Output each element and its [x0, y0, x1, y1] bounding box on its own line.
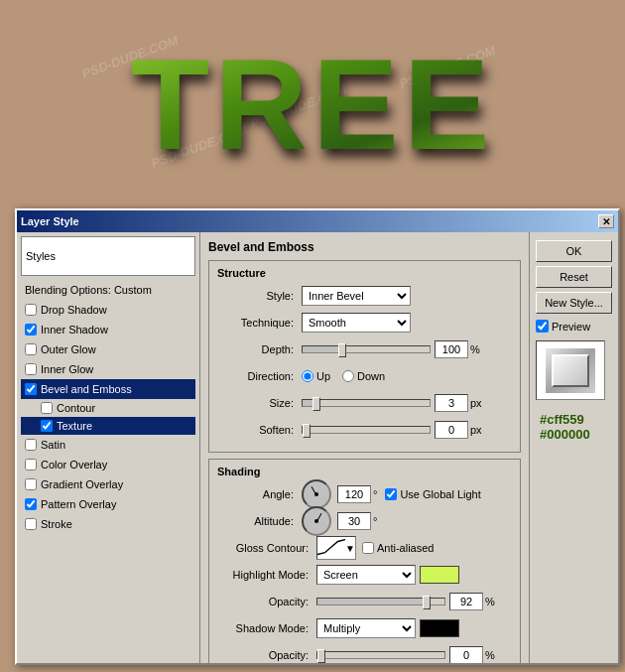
- styles-box[interactable]: Styles: [21, 236, 195, 276]
- preview-box: [536, 340, 605, 400]
- drop-shadow-checkbox[interactable]: [25, 304, 37, 316]
- angle-dial[interactable]: [302, 479, 331, 509]
- pattern-overlay-checkbox[interactable]: [25, 498, 37, 510]
- anti-aliased-option[interactable]: Anti-aliased: [362, 542, 434, 554]
- use-global-light-label: Use Global Light: [400, 488, 480, 500]
- blending-options-label: Blending Options: Custom: [25, 284, 152, 296]
- direction-down-label: Down: [357, 370, 385, 382]
- layer-style-dialog: Layer Style ✕ Styles Blending Options: C…: [15, 208, 620, 665]
- blending-options-item[interactable]: Blending Options: Custom: [21, 280, 195, 300]
- inner-glow-checkbox[interactable]: [25, 363, 37, 375]
- inner-shadow-label: Inner Shadow: [41, 324, 108, 336]
- preview-option[interactable]: Preview: [536, 320, 612, 333]
- shadow-opacity-label: Opacity:: [217, 649, 316, 661]
- contour-item[interactable]: Contour: [21, 399, 195, 417]
- gradient-overlay-item[interactable]: Gradient Overlay: [21, 474, 195, 494]
- color-overlay-label: Color Overlay: [41, 459, 107, 470]
- style-select[interactable]: Inner Bevel: [302, 286, 411, 306]
- drop-shadow-label: Drop Shadow: [41, 304, 107, 316]
- direction-down-option[interactable]: Down: [342, 370, 385, 382]
- outer-glow-label: Outer Glow: [41, 343, 96, 355]
- technique-label: Technique:: [217, 317, 302, 329]
- drop-shadow-item[interactable]: Drop Shadow: [21, 300, 195, 320]
- shadow-color-swatch[interactable]: [420, 619, 459, 637]
- satin-item[interactable]: Satin: [21, 435, 195, 455]
- highlight-opacity-input[interactable]: [449, 593, 483, 610]
- shadow-mode-select[interactable]: Multiply: [316, 618, 416, 638]
- shadow-opacity-slider[interactable]: [316, 651, 445, 659]
- highlight-opacity-slider[interactable]: [316, 598, 445, 605]
- structure-title: Structure: [217, 267, 512, 279]
- color-overlay-item[interactable]: Color Overlay: [21, 455, 195, 474]
- reset-button[interactable]: Reset: [536, 266, 612, 288]
- contour-dropdown-arrow[interactable]: ▼: [345, 543, 355, 554]
- angle-input[interactable]: [337, 485, 371, 503]
- texture-item[interactable]: Texture: [21, 417, 195, 435]
- ok-button[interactable]: OK: [536, 240, 612, 262]
- style-row: Style: Inner Bevel: [217, 285, 512, 307]
- depth-label: Depth:: [217, 343, 302, 355]
- preview-label: Preview: [552, 321, 590, 333]
- new-style-button[interactable]: New Style...: [536, 292, 612, 314]
- close-button[interactable]: ✕: [598, 214, 614, 228]
- highlight-mode-row: Highlight Mode: Screen: [217, 564, 512, 586]
- direction-up-option[interactable]: Up: [302, 370, 330, 382]
- inner-shadow-item[interactable]: Inner Shadow: [21, 320, 195, 339]
- size-slider[interactable]: [302, 399, 431, 407]
- gradient-overlay-checkbox[interactable]: [25, 478, 37, 490]
- preview-area: PSD-DUDE.COM PSD-DUDE.COM PSD-DUDE.COM P…: [0, 0, 625, 208]
- contour-checkbox[interactable]: [41, 402, 53, 414]
- direction-row: Direction: Up Down: [217, 365, 512, 387]
- altitude-dial[interactable]: [302, 506, 331, 536]
- contour-label: Contour: [57, 402, 95, 414]
- outer-glow-checkbox[interactable]: [25, 343, 37, 355]
- bevel-emboss-label: Bevel and Emboss: [41, 383, 132, 395]
- outer-glow-item[interactable]: Outer Glow: [21, 339, 195, 359]
- texture-label: Texture: [57, 420, 92, 432]
- technique-select[interactable]: Smooth: [302, 313, 411, 333]
- preview-bevel: [552, 354, 589, 387]
- depth-unit: %: [470, 343, 480, 355]
- direction-down-radio[interactable]: [342, 370, 354, 382]
- anti-aliased-checkbox[interactable]: [362, 542, 374, 554]
- soften-label: Soften:: [217, 424, 302, 436]
- soften-input[interactable]: [435, 421, 468, 439]
- satin-checkbox[interactable]: [25, 439, 37, 451]
- structure-section: Structure Style: Inner Bevel Technique: …: [208, 260, 521, 453]
- shading-section: Shading Angle: ° Use Global Light: [208, 459, 521, 663]
- contour-preview[interactable]: ▼: [316, 536, 356, 560]
- gloss-label: Gloss Contour:: [217, 542, 316, 554]
- pattern-overlay-label: Pattern Overlay: [41, 498, 116, 510]
- depth-input[interactable]: 100: [435, 340, 468, 358]
- size-input[interactable]: [435, 394, 468, 412]
- shadow-opacity-input[interactable]: [449, 646, 483, 663]
- soften-slider[interactable]: [302, 426, 431, 434]
- altitude-input[interactable]: [337, 512, 371, 530]
- bevel-emboss-item[interactable]: Bevel and Emboss: [21, 379, 195, 399]
- inner-glow-label: Inner Glow: [41, 363, 93, 375]
- highlight-opacity-unit: %: [485, 596, 495, 607]
- altitude-unit: °: [373, 515, 377, 527]
- highlight-mode-select[interactable]: Screen: [316, 565, 416, 585]
- use-global-light-checkbox[interactable]: [385, 488, 397, 500]
- direction-label: Direction:: [217, 370, 302, 382]
- soften-row: Soften: px: [217, 419, 512, 441]
- inner-shadow-checkbox[interactable]: [25, 324, 37, 336]
- depth-slider[interactable]: [302, 345, 431, 353]
- highlight-color-swatch[interactable]: [420, 566, 459, 584]
- size-row: Size: px: [217, 392, 512, 414]
- stroke-item[interactable]: Stroke: [21, 514, 195, 534]
- main-area: Bevel and Emboss Structure Style: Inner …: [200, 232, 529, 663]
- color-overlay-checkbox[interactable]: [25, 459, 37, 470]
- pattern-overlay-item[interactable]: Pattern Overlay: [21, 494, 195, 514]
- inner-glow-item[interactable]: Inner Glow: [21, 359, 195, 379]
- direction-up-radio[interactable]: [302, 370, 313, 382]
- use-global-light-option[interactable]: Use Global Light: [385, 488, 480, 500]
- stroke-checkbox[interactable]: [25, 518, 37, 530]
- altitude-row: Altitude: °: [217, 510, 512, 532]
- texture-checkbox[interactable]: [41, 420, 53, 432]
- dialog-title: Layer Style: [21, 215, 79, 227]
- bevel-emboss-checkbox[interactable]: [25, 383, 37, 395]
- shading-title: Shading: [217, 466, 512, 477]
- preview-checkbox[interactable]: [536, 320, 549, 333]
